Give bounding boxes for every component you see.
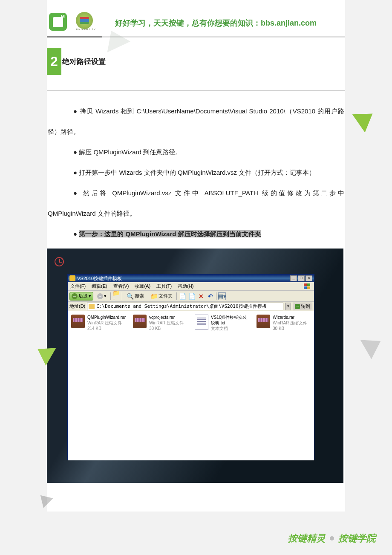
delete-icon[interactable]: ✕	[197, 292, 205, 300]
screenshot: VS2010按键插件模板 _ □ × 文件(F) 编辑(E) 查看(V) 收藏(…	[47, 249, 343, 483]
maximize-button[interactable]: □	[298, 275, 305, 281]
folders-button[interactable]: 📁文件夹	[148, 292, 175, 301]
file-size: 30 KB	[273, 326, 307, 331]
menu-help[interactable]: 帮助(H)	[178, 283, 193, 289]
dot-icon	[330, 536, 334, 541]
window-title: VS2010按键插件模板	[77, 275, 122, 282]
body-text: ● 拷贝 Wizards 相到 C:\Users\UserName\Docume…	[47, 91, 345, 244]
step-1: ● 拷贝 Wizards 相到 C:\Users\UserName\Docume…	[48, 101, 344, 142]
file-name: QMPluginWizard.rar	[87, 315, 126, 320]
up-button[interactable]: 📁↑	[112, 292, 120, 300]
menu-edit[interactable]: 编辑(E)	[92, 283, 107, 289]
back-button[interactable]: ←后退 ▾	[69, 292, 93, 301]
slogan-text: 好好学习，天天按键，总有你想要的知识：bbs.anjian.com	[115, 18, 317, 28]
search-button[interactable]: 🔍搜索	[124, 292, 146, 301]
menu-tool[interactable]: 工具(T)	[156, 283, 172, 289]
file-item[interactable]: QMPluginWizard.rarWinRAR 压缩文件214 KB	[71, 315, 124, 331]
views-button[interactable]: ▦▾	[218, 292, 226, 300]
explorer-window: VS2010按键插件模板 _ □ × 文件(F) 编辑(E) 查看(V) 收藏(…	[67, 274, 314, 460]
toolbar: ←后退 ▾ → ▾ 📁↑ 🔍搜索 📁文件夹 📄 📄 ✕ ↶ ▦▾	[68, 291, 314, 302]
file-name: vcprojects.rar	[149, 315, 184, 320]
file-size: 30 KB	[149, 326, 184, 331]
window-titlebar[interactable]: VS2010按键插件模板 _ □ ×	[68, 275, 314, 282]
rar-file-icon	[71, 315, 85, 328]
address-label: 地址(D)	[69, 303, 85, 309]
rar-file-icon	[257, 315, 270, 328]
folder-icon	[89, 304, 95, 309]
undo-icon[interactable]: ↶	[207, 292, 214, 300]
file-name: VS10插件模板安装说明.txt	[211, 315, 248, 326]
file-list[interactable]: QMPluginWizard.rarWinRAR 压缩文件214 KBvcpro…	[68, 311, 314, 460]
page-footer: 按键精灵 按键学院	[288, 532, 376, 545]
file-desc: 文本文档	[211, 326, 248, 331]
step-4: ● 然后将 QMPluginWizard.vsz 文件中 ABSOLUTE_PA…	[48, 183, 344, 224]
menu-view[interactable]: 查看(V)	[113, 283, 129, 289]
step-3: ● 打开第一步中 Wizards 文件夹中的 QMPluginWizard.vs…	[48, 162, 344, 183]
folder-icon	[69, 275, 75, 281]
section-heading: 2 绝对路径设置	[47, 48, 345, 75]
highlight: 第一步：这里的 QMPluginWizard 解压时选择解压到当前文件夹	[79, 230, 261, 237]
section-number: 2	[47, 48, 61, 75]
university-logo-icon: UNIVERSITY	[76, 12, 96, 32]
file-desc: WinRAR 压缩文件	[149, 320, 184, 326]
forward-button[interactable]: → ▾	[95, 292, 109, 301]
address-bar: 地址(D) C:\Documents and Settings\Administ…	[68, 302, 314, 311]
decoration-triangle	[35, 490, 53, 508]
file-desc: WinRAR 压缩文件	[87, 320, 126, 326]
windows-logo-icon	[303, 283, 311, 290]
decoration-triangle	[360, 331, 386, 359]
file-desc: WinRAR 压缩文件	[273, 320, 307, 326]
text-file-icon	[195, 315, 208, 330]
menu-fav[interactable]: 收藏(A)	[135, 283, 150, 289]
move-icon[interactable]: 📄	[179, 292, 186, 300]
copy-icon[interactable]: 📄	[188, 292, 196, 300]
close-button[interactable]: ×	[306, 275, 312, 281]
page: UNIVERSITY 好好学习，天天按键，总有你想要的知识：bbs.anjian…	[47, 0, 345, 512]
file-item[interactable]: vcprojects.rarWinRAR 压缩文件30 KB	[133, 315, 186, 331]
address-dropdown[interactable]: ▾	[285, 303, 291, 310]
menu-bar: 文件(F) 编辑(E) 查看(V) 收藏(A) 工具(T) 帮助(H)	[68, 282, 314, 291]
footer-right: 按键学院	[338, 532, 376, 545]
app-logo-icon	[49, 13, 67, 31]
rar-file-icon	[133, 315, 147, 328]
minimize-button[interactable]: _	[290, 275, 297, 281]
svg-rect-1	[307, 283, 310, 286]
menu-file[interactable]: 文件(F)	[70, 283, 86, 289]
file-name: Wizards.rar	[273, 315, 307, 320]
clock-icon	[55, 257, 64, 266]
svg-rect-3	[307, 286, 310, 289]
address-input[interactable]: C:\Documents and Settings\Administrator\…	[87, 303, 283, 310]
step-2: ● 解压 QMPluginWizard 到任意路径。	[48, 142, 344, 162]
svg-rect-0	[304, 283, 307, 286]
page-header: UNIVERSITY 好好学习，天天按键，总有你想要的知识：bbs.anjian…	[47, 0, 345, 38]
go-button[interactable]: →转到	[293, 303, 312, 310]
file-item[interactable]: VS10插件模板安装说明.txt文本文档	[195, 315, 248, 331]
file-item[interactable]: Wizards.rarWinRAR 压缩文件30 KB	[257, 315, 310, 331]
footer-left: 按键精灵	[288, 532, 326, 545]
file-size: 214 KB	[87, 326, 126, 331]
svg-rect-2	[304, 286, 307, 289]
section-title: 绝对路径设置	[62, 57, 106, 66]
step-5: ● 第一步：这里的 QMPluginWizard 解压时选择解压到当前文件夹	[48, 224, 344, 244]
decoration-triangle	[352, 104, 379, 133]
